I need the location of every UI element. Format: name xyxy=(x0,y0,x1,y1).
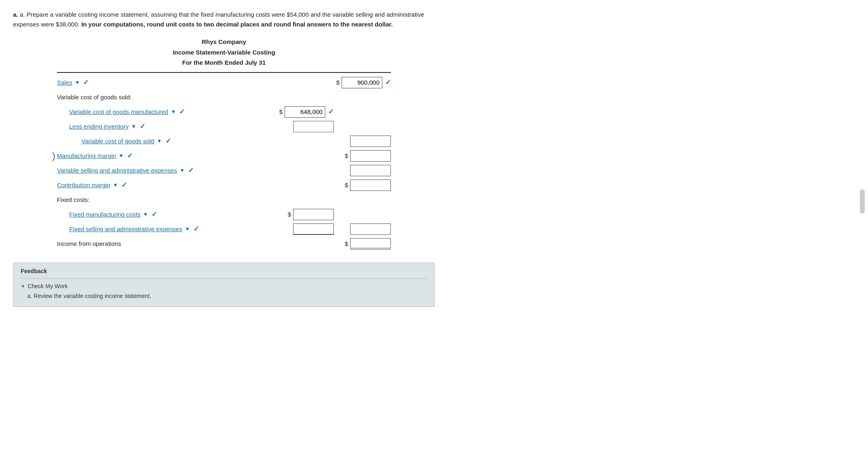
sales-row: Sales ▼ ✓ $ ✓ xyxy=(57,75,391,90)
mfg-margin-check-icon: ✓ xyxy=(127,151,133,160)
contribution-row: Contribution margin ▼ ✓ $ xyxy=(57,178,391,193)
contribution-link[interactable]: Contribution margin xyxy=(57,182,110,188)
fmc-dropdown-icon[interactable]: ▼ xyxy=(143,211,148,217)
contribution-dollar: $ xyxy=(345,182,348,188)
intro-text: a. a. Prepare a variable costing income … xyxy=(13,10,435,29)
sales-label-col: Sales ▼ ✓ xyxy=(57,78,281,87)
lei-label-col: Less ending inventory ▼ ✓ xyxy=(69,122,281,131)
vcgs-input[interactable] xyxy=(350,136,391,147)
mfg-margin-amount2-col: $ xyxy=(338,150,391,162)
lei-link[interactable]: Less ending inventory xyxy=(69,123,129,130)
mfg-margin-link[interactable]: Manufacturing margin xyxy=(57,152,116,159)
fixed-costs-section-label: Fixed costs: xyxy=(57,196,281,203)
vcgs-amount2-col xyxy=(338,136,391,147)
fixed-costs-section-row: Fixed costs: xyxy=(57,193,391,207)
lei-check-icon: ✓ xyxy=(140,122,145,131)
vcgs-check-icon: ✓ xyxy=(165,137,171,145)
fsae-input[interactable] xyxy=(293,223,334,235)
vcgs-link[interactable]: Variable cost of goods sold xyxy=(81,138,154,145)
sales-dropdown-icon[interactable]: ▼ xyxy=(75,79,80,85)
vcgs-row: Variable cost of goods sold ▼ ✓ xyxy=(57,134,391,149)
contribution-dropdown-icon[interactable]: ▼ xyxy=(113,182,118,188)
fsae-check-icon: ✓ xyxy=(193,225,199,233)
fmc-row: Fixed manufacturing costs ▼ ✓ $ xyxy=(57,207,391,222)
vcgm-input[interactable] xyxy=(285,106,325,118)
company-name: Rhys Company xyxy=(13,37,435,47)
mfg-margin-input[interactable] xyxy=(350,150,391,162)
vsae-row: Variable selling and administrative expe… xyxy=(57,163,391,178)
lei-amount1-col xyxy=(281,121,334,132)
lei-row: Less ending inventory ▼ ✓ xyxy=(57,119,391,134)
feedback-title: Feedback xyxy=(21,268,427,274)
fsae-total-input[interactable] xyxy=(350,223,391,235)
income-ops-amount2-col: $ xyxy=(338,238,391,250)
mfg-margin-dropdown-icon[interactable]: ▼ xyxy=(118,153,124,159)
vsae-check-icon: ✓ xyxy=(188,166,194,175)
check-my-work-label: Check My Work xyxy=(28,283,68,289)
fmc-dollar: $ xyxy=(288,211,291,218)
vcogs-section-text: Variable cost of goods sold: xyxy=(57,94,132,101)
vcgs-label-col: Variable cost of goods sold ▼ ✓ xyxy=(81,137,281,145)
income-ops-label-col: Income from operations xyxy=(57,240,281,247)
vsae-link[interactable]: Variable selling and administrative expe… xyxy=(57,167,177,174)
statement-table: Sales ▼ ✓ $ ✓ Variable cost of goods sol… xyxy=(57,72,391,251)
vcgm-label-col: Variable cost of goods manufactured ▼ ✓ xyxy=(69,107,281,116)
intro-bold: In your computations, round unit costs t… xyxy=(81,21,393,28)
vsae-dropdown-icon[interactable]: ▼ xyxy=(180,167,185,173)
income-ops-input[interactable] xyxy=(350,238,391,250)
feedback-divider xyxy=(21,278,427,279)
vcgm-dropdown-icon[interactable]: ▼ xyxy=(171,109,176,115)
vcgm-link[interactable]: Variable cost of goods manufactured xyxy=(69,108,168,115)
feedback-section: Feedback ▼ Check My Work a. Review the v… xyxy=(13,263,435,307)
income-ops-dollar: $ xyxy=(345,240,348,247)
contribution-input[interactable] xyxy=(350,180,391,191)
vsae-amount2-col xyxy=(338,165,391,176)
fsae-dropdown-icon[interactable]: ▼ xyxy=(185,226,190,232)
vcgm-value-check: ✓ xyxy=(328,107,334,116)
vcgm-check-icon: ✓ xyxy=(179,107,185,116)
lei-dropdown-icon[interactable]: ▼ xyxy=(131,123,136,129)
income-ops-label: Income from operations xyxy=(57,240,121,247)
sales-input[interactable] xyxy=(342,77,382,88)
vcgs-dropdown-icon[interactable]: ▼ xyxy=(157,138,162,144)
sales-link[interactable]: Sales xyxy=(57,79,72,86)
fmc-label-col: Fixed manufacturing costs ▼ ✓ xyxy=(69,210,281,219)
vcgm-dollar: $ xyxy=(279,108,283,115)
vsae-label-col: Variable selling and administrative expe… xyxy=(57,166,281,175)
statement-period: For the Month Ended July 31 xyxy=(13,57,435,68)
fmc-link[interactable]: Fixed manufacturing costs xyxy=(69,211,140,218)
vcgm-amount1-col: $ ✓ xyxy=(281,106,334,118)
vcogs-section-label: Variable cost of goods sold: xyxy=(57,94,281,101)
statement-header: Rhys Company Income Statement-Variable C… xyxy=(13,37,435,68)
vcgm-row: Variable cost of goods manufactured ▼ ✓ … xyxy=(57,105,391,119)
sales-check-icon: ✓ xyxy=(83,78,89,87)
fsae-link[interactable]: Fixed selling and administrative expense… xyxy=(69,226,182,232)
fmc-check-icon: ✓ xyxy=(151,210,157,219)
vcogs-section-row: Variable cost of goods sold: xyxy=(57,90,391,105)
feedback-review-text: a. Review the variable costing income st… xyxy=(21,293,427,299)
triangle-icon: ▼ xyxy=(21,284,25,289)
intro-letter: a. xyxy=(13,11,18,18)
check-my-work-toggle[interactable]: ▼ Check My Work xyxy=(21,283,427,289)
mfg-margin-dollar: $ xyxy=(345,152,348,159)
income-ops-row: Income from operations $ xyxy=(57,237,391,251)
fmc-amount1-col: $ xyxy=(281,209,334,220)
fsae-label-col: Fixed selling and administrative expense… xyxy=(69,225,281,233)
left-bracket-icon: ) xyxy=(52,150,55,162)
fixed-costs-section-text: Fixed costs: xyxy=(57,196,90,203)
fmc-input[interactable] xyxy=(293,209,334,220)
fsae-row: Fixed selling and administrative expense… xyxy=(57,222,391,237)
sales-amount2-col: $ ✓ xyxy=(338,77,391,88)
contribution-check-icon: ✓ xyxy=(121,181,127,189)
fsae-amount2-col xyxy=(338,223,391,235)
sales-value-check: ✓ xyxy=(385,78,391,87)
statement-title: Income Statement-Variable Costing xyxy=(13,47,435,58)
contribution-label-col: Contribution margin ▼ ✓ xyxy=(57,181,281,189)
sales-dollar: $ xyxy=(336,79,340,86)
lei-input[interactable] xyxy=(293,121,334,132)
mfg-margin-row: ) Manufacturing margin ▼ ✓ $ xyxy=(57,149,391,163)
fsae-amount1-col xyxy=(281,223,334,235)
vsae-input[interactable] xyxy=(350,165,391,176)
contribution-amount2-col: $ xyxy=(338,180,391,191)
mfg-margin-label-col: Manufacturing margin ▼ ✓ xyxy=(57,151,281,160)
